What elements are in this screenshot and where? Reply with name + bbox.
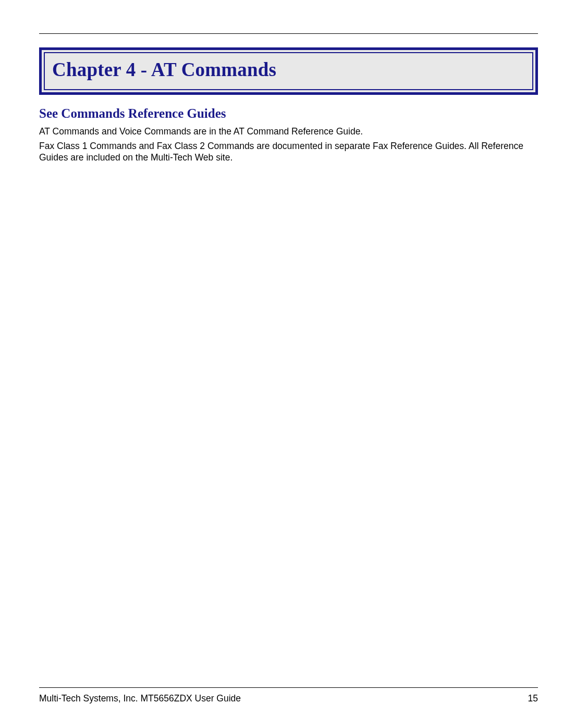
top-rule xyxy=(39,33,538,34)
footer-page-number: 15 xyxy=(528,693,538,704)
page-content: Chapter 4 - AT Commands See Commands Ref… xyxy=(39,33,538,728)
footer-rule xyxy=(39,687,538,688)
chapter-title-box: Chapter 4 - AT Commands xyxy=(39,47,538,95)
chapter-title-inner: Chapter 4 - AT Commands xyxy=(44,52,533,90)
body-paragraph-1: AT Commands and Voice Commands are in th… xyxy=(39,126,538,138)
footer-left: Multi-Tech Systems, Inc. MT5656ZDX User … xyxy=(39,693,241,704)
body-paragraph-2: Fax Class 1 Commands and Fax Class 2 Com… xyxy=(39,141,538,164)
footer-row: Multi-Tech Systems, Inc. MT5656ZDX User … xyxy=(39,693,538,704)
chapter-title: Chapter 4 - AT Commands xyxy=(52,58,525,81)
section-heading: See Commands Reference Guides xyxy=(39,106,538,121)
page-footer: Multi-Tech Systems, Inc. MT5656ZDX User … xyxy=(39,687,538,704)
